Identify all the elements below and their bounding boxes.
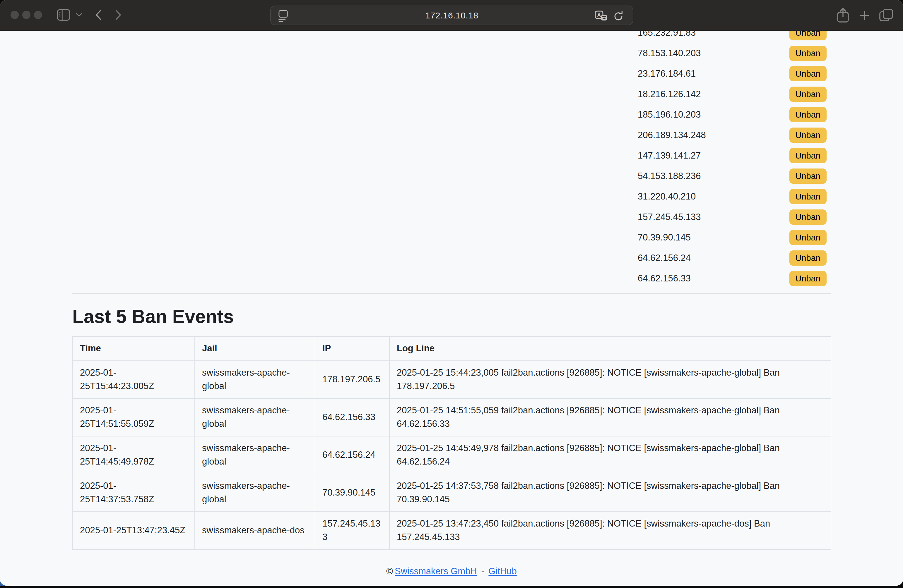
new-tab-icon[interactable]: + (857, 4, 872, 26)
banned-ip-address: 70.39.90.145 (638, 232, 691, 243)
banned-ip-row: 64.62.156.33 Unban (72, 268, 831, 289)
unban-button[interactable]: Unban (790, 45, 827, 61)
banned-ip-list: 165.232.91.83 Unban 78.153.140.203 Unban… (72, 31, 831, 289)
banned-ip-row: 157.245.45.133 Unban (72, 207, 831, 227)
table-row: 2025-01-25T14:37:53.758Z swissmakers-apa… (72, 474, 831, 512)
banned-ip-row: 165.232.91.83 Unban (72, 31, 831, 43)
unban-button[interactable]: Unban (790, 189, 827, 204)
unban-button[interactable]: Unban (790, 209, 827, 225)
banned-ip-row: 23.176.184.61 Unban (72, 63, 831, 84)
event-jail-cell: swissmakers-apache-global (195, 398, 315, 436)
banned-ip-row: 78.153.140.203 Unban (72, 43, 831, 63)
back-icon[interactable] (95, 9, 101, 21)
banned-ip-address: 206.189.134.248 (638, 130, 706, 140)
minimize-window-icon[interactable] (22, 11, 30, 19)
unban-button[interactable]: Unban (790, 31, 827, 40)
section-divider (72, 293, 831, 294)
sidebar-toggle-icon[interactable] (57, 9, 70, 22)
event-log-cell: 2025-01-25 13:47:23,450 fail2ban.actions… (389, 512, 831, 549)
event-time-cell: 2025-01-25T14:45:49.978Z (72, 436, 195, 474)
tab-overview-icon[interactable] (879, 8, 894, 23)
banned-ip-address: 54.153.188.236 (638, 171, 701, 181)
footer-separator: - (481, 566, 484, 576)
banned-ip-row: 64.62.156.24 Unban (72, 248, 831, 268)
column-header: Time (72, 336, 195, 361)
banned-ip-address: 78.153.140.203 (638, 48, 701, 58)
close-window-icon[interactable] (11, 11, 19, 19)
event-time-cell: 2025-01-25T14:51:55.059Z (72, 398, 195, 436)
banned-ip-address: 23.176.184.61 (638, 69, 696, 79)
event-log-cell: 2025-01-25 14:45:49,978 fail2ban.actions… (389, 436, 831, 474)
event-ip-cell: 64.62.156.24 (315, 436, 389, 474)
url-text[interactable]: 172.16.10.18 (271, 6, 633, 25)
unban-button[interactable]: Unban (790, 251, 827, 266)
banned-ip-address: 64.62.156.24 (638, 253, 691, 263)
column-header: IP (315, 336, 389, 361)
banned-ip-address: 64.62.156.33 (638, 273, 691, 284)
banned-ip-row: 206.189.134.248 Unban (72, 125, 831, 146)
zoom-window-icon[interactable] (34, 11, 42, 19)
browser-chrome: 172.16.10.18 A (0, 0, 903, 31)
event-jail-cell: swissmakers-apache-global (195, 361, 315, 398)
page-title: Last 5 Ban Events (72, 306, 831, 327)
translate-icon[interactable]: A (595, 11, 607, 23)
event-ip-cell: 178.197.206.5 (315, 361, 389, 398)
toolbar-divider (72, 8, 73, 23)
unban-button[interactable]: Unban (790, 127, 827, 143)
github-link[interactable]: GitHub (488, 566, 516, 576)
table-row: 2025-01-25T13:47:23.45Z swissmakers-apac… (72, 512, 831, 549)
forward-icon[interactable] (115, 9, 122, 21)
ban-events-table: TimeJailIPLog Line 2025-01-25T15:44:23.0… (72, 336, 831, 550)
unban-button[interactable]: Unban (790, 148, 827, 163)
reload-icon[interactable] (613, 10, 624, 22)
banned-ip-row: 54.153.188.236 Unban (72, 166, 831, 187)
page-viewport[interactable]: 165.232.91.83 Unban 78.153.140.203 Unban… (0, 31, 903, 586)
event-time-cell: 2025-01-25T13:47:23.45Z (72, 512, 195, 549)
banned-ip-address: 147.139.141.27 (638, 151, 701, 161)
unban-button[interactable]: Unban (790, 230, 827, 245)
banned-ip-row: 31.220.40.210 Unban (72, 187, 831, 207)
event-log-cell: 2025-01-25 14:51:55,059 fail2ban.actions… (389, 398, 831, 436)
banned-ip-row: 185.196.10.203 Unban (72, 104, 831, 125)
banned-ip-row: 18.216.126.142 Unban (72, 84, 831, 104)
safari-window: 172.16.10.18 A (0, 0, 903, 586)
address-bar[interactable]: 172.16.10.18 A (270, 6, 633, 25)
unban-button[interactable]: Unban (790, 86, 827, 102)
banned-ip-address: 165.232.91.83 (638, 31, 696, 38)
page-footer: ©Swissmakers GmbH - GitHub (72, 566, 831, 577)
unban-button[interactable]: Unban (790, 271, 827, 286)
copyright-symbol: © (386, 566, 393, 576)
table-row: 2025-01-25T14:51:55.059Z swissmakers-apa… (72, 398, 831, 436)
company-link[interactable]: Swissmakers GmbH (395, 566, 477, 576)
unban-button[interactable]: Unban (790, 107, 827, 122)
event-jail-cell: swissmakers-apache-global (195, 436, 315, 474)
banned-ip-address: 185.196.10.203 (638, 110, 701, 120)
svg-text:A: A (597, 12, 601, 18)
unban-button[interactable]: Unban (790, 66, 827, 82)
chevron-down-icon[interactable] (76, 13, 82, 18)
table-row: 2025-01-25T15:44:23.005Z swissmakers-apa… (72, 361, 831, 398)
share-icon[interactable] (837, 7, 850, 24)
unban-button[interactable]: Unban (790, 168, 827, 184)
banned-ip-row: 70.39.90.145 Unban (72, 227, 831, 248)
event-log-cell: 2025-01-25 15:44:23,005 fail2ban.actions… (389, 361, 831, 398)
event-ip-cell: 70.39.90.145 (315, 474, 389, 512)
event-ip-cell: 157.245.45.133 (315, 512, 389, 549)
table-row: 2025-01-25T14:45:49.978Z swissmakers-apa… (72, 436, 831, 474)
event-jail-cell: swissmakers-apache-dos (195, 512, 315, 549)
column-header: Log Line (389, 336, 831, 361)
event-time-cell: 2025-01-25T15:44:23.005Z (72, 361, 195, 398)
banned-ip-address: 31.220.40.210 (638, 191, 696, 202)
column-header: Jail (195, 336, 315, 361)
table-header-row: TimeJailIPLog Line (72, 336, 831, 361)
banned-ip-address: 157.245.45.133 (638, 212, 701, 222)
event-log-cell: 2025-01-25 14:37:53,758 fail2ban.actions… (389, 474, 831, 512)
event-ip-cell: 64.62.156.33 (315, 398, 389, 436)
banned-ip-row: 147.139.141.27 Unban (72, 146, 831, 166)
event-jail-cell: swissmakers-apache-global (195, 474, 315, 512)
event-time-cell: 2025-01-25T14:37:53.758Z (72, 474, 195, 512)
table-body: 2025-01-25T15:44:23.005Z swissmakers-apa… (72, 361, 831, 549)
banned-ip-address: 18.216.126.142 (638, 89, 701, 99)
